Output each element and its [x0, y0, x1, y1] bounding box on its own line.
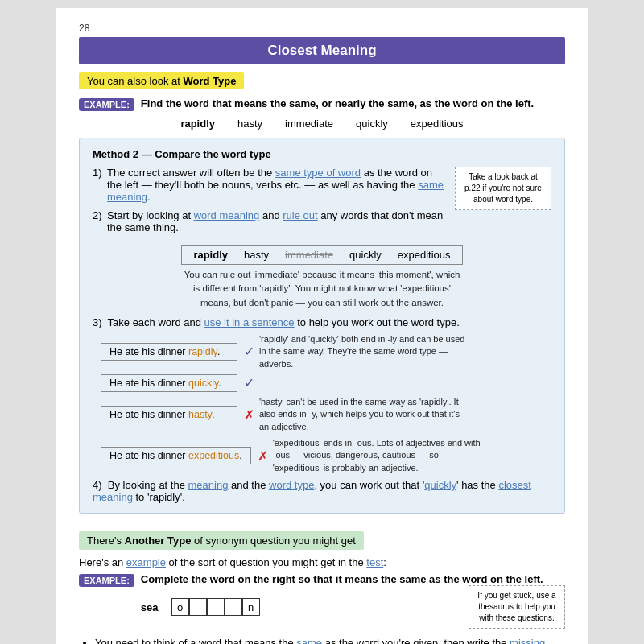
method-text-2: Start by looking at word meaning and rul… [107, 209, 447, 233]
wt-immediate: immediate [285, 249, 333, 261]
word-hasty: hasty [237, 118, 262, 130]
rule-out-note: You can rule out 'immediate' because it … [93, 268, 551, 310]
hasty-orange: hasty [188, 409, 212, 420]
another-type-highlight: There's Another Type of synonym question… [79, 531, 364, 550]
letter-boxes: o n [171, 598, 260, 616]
sentence-row-3: He ate his dinner hasty. ✗ 'hasty' can't… [101, 396, 551, 433]
letter-o: o [171, 598, 189, 616]
method-box: Method 2 — Compare the word type 1) The … [79, 138, 565, 514]
bullet-1: You need to think of a word that means t… [95, 635, 565, 644]
cross-2: ✗ [258, 448, 268, 464]
example-label-2: EXAMPLE: [79, 574, 134, 587]
sentence-box-2: He ate his dinner quickly. [101, 374, 237, 392]
method-list: 1) The correct answer will often be the … [93, 167, 447, 240]
word-immediate: immediate [285, 118, 333, 130]
word-table: rapidly hasty immediate quickly expediti… [181, 245, 462, 265]
method-text-1: The correct answer will often be the sam… [107, 167, 447, 203]
same-meaning-link: same meaning [107, 179, 444, 203]
sentence-note-1: 'rapidly' and 'quickly' both end in -ly … [259, 333, 469, 370]
word-type-highlight: You can also look at Word Type [79, 72, 244, 89]
method-item-2: 2) Start by looking at word meaning and … [93, 209, 447, 233]
method-num-2: 2) [93, 209, 107, 221]
wt-expeditious: expeditious [398, 249, 451, 261]
example-bar-2: EXAMPLE: Complete the word on the right … [79, 573, 565, 629]
sentence-box-3: He ate his dinner hasty. [101, 406, 237, 423]
example-content-2: Complete the word on the right so that i… [141, 573, 565, 629]
test-link: test [366, 556, 383, 568]
quickly-orange: quickly [188, 378, 218, 389]
word-meaning-link: word meaning [194, 209, 260, 221]
check-2: ✓ [244, 375, 254, 390]
page-title: Closest Meaning [79, 37, 565, 64]
page-number: 28 [79, 23, 565, 34]
section2-intro: Here's an example of the sort of questio… [79, 556, 565, 568]
sentence-note-4: 'expeditious' ends in -ous. Lots of adje… [273, 437, 482, 474]
sentence-row-1: He ate his dinner rapidly. ✓ 'rapidly' a… [101, 333, 551, 370]
wt-hasty: hasty [244, 249, 269, 261]
page: 28 Closest Meaning You can also look at … [56, 8, 588, 644]
highlight-text: You can also look at [87, 75, 184, 87]
letter-blank-1 [189, 598, 207, 616]
example-instruction-1: Find the word that means the same, or ne… [141, 97, 534, 109]
method-num-3: 3) [93, 316, 105, 328]
bullet-list: You need to think of a word that means t… [79, 635, 565, 644]
word-type-link2: word type [269, 479, 314, 491]
cross-1: ✗ [244, 407, 254, 423]
check-1: ✓ [244, 344, 254, 359]
method-text-4: By looking at the meaning and the word t… [93, 479, 531, 503]
same-type-link: same type of word [275, 167, 361, 179]
sea-row: sea o n [141, 598, 260, 616]
method-item-4: 4) By looking at the meaning and the wor… [93, 479, 551, 503]
sentence-rows: He ate his dinner rapidly. ✓ 'rapidly' a… [101, 333, 551, 475]
letter-blank-2 [207, 598, 225, 616]
wt-quickly: quickly [349, 249, 382, 261]
another-type-bold: Another Type [125, 535, 192, 547]
sentence-row-4: He ate his dinner expeditious. ✗ 'expedi… [101, 437, 551, 474]
wt-rapidly: rapidly [193, 249, 228, 261]
letter-n: n [242, 598, 260, 616]
method-item-1: 1) The correct answer will often be the … [93, 167, 447, 203]
letter-blank-3 [225, 598, 242, 616]
rapidly-orange: rapidly [188, 346, 217, 357]
method-num-1: 1) [93, 167, 107, 179]
example-link: example [126, 556, 166, 568]
sentence-row-2: He ate his dinner quickly. ✓ [101, 374, 551, 392]
word-expeditious: expeditious [411, 118, 464, 130]
sentence-box-1: He ate his dinner rapidly. [101, 343, 237, 361]
sentence-note-3: 'hasty' can't be used in the same way as… [259, 396, 469, 433]
method-item-3: 3) Take each word and use it in a senten… [93, 316, 551, 328]
example-instruction-2: Complete the word on the right so that i… [141, 573, 543, 585]
word-rapidly: rapidly [180, 118, 215, 130]
rule-out-link: rule out [283, 209, 317, 221]
same-link: same [296, 637, 322, 644]
word-quickly: quickly [356, 118, 388, 130]
sea-word: sea [141, 601, 159, 613]
side-note-1: Take a look back at p.22 if you're not s… [455, 167, 551, 210]
use-sentence-link: use it in a sentence [204, 316, 295, 328]
sentence-box-4: He ate his dinner expeditious. [101, 447, 251, 464]
example-words-row: rapidly hasty immediate quickly expediti… [79, 118, 565, 130]
method-title: Method 2 — Compare the word type [93, 148, 551, 160]
example-bar-1: EXAMPLE: Find the word that means the sa… [79, 97, 565, 111]
highlight-bold: Word Type [184, 75, 237, 87]
meaning-link2: meaning [188, 479, 229, 491]
expeditious-orange: expeditious [188, 450, 239, 461]
sea-side-note: If you get stuck, use a thesaurus to hel… [469, 585, 565, 629]
method-text-3: Take each word and use it in a sentence … [108, 316, 460, 328]
method-num-4: 4) [93, 479, 105, 491]
quickly-link: quickly [424, 479, 456, 491]
example-label-1: EXAMPLE: [79, 98, 134, 111]
